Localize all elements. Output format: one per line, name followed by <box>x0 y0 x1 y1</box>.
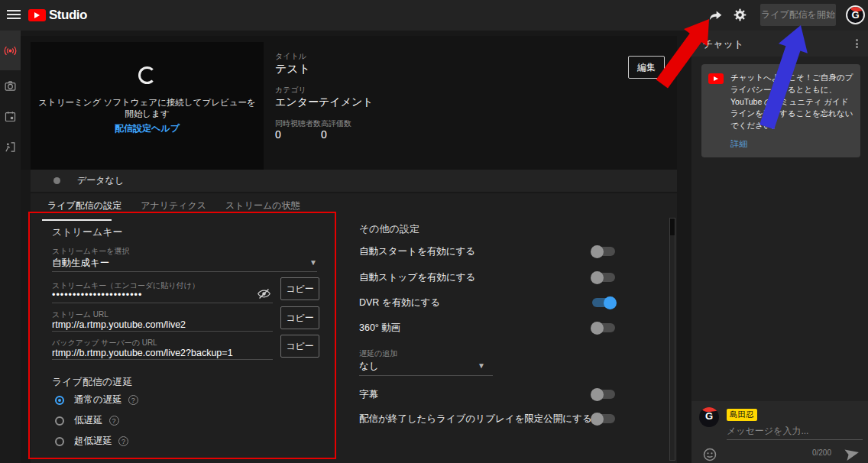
hamburger-menu-icon[interactable] <box>7 10 21 21</box>
active-tab-underline <box>42 219 112 221</box>
exit-icon <box>4 141 17 154</box>
stream-health-row: データなし <box>31 170 677 192</box>
title-label: タイトル <box>275 51 306 62</box>
copy-stream-url-button[interactable]: コピー <box>280 306 319 329</box>
stream-key-underline <box>52 303 273 303</box>
status-dot-icon <box>53 177 60 184</box>
settings-gear-icon[interactable] <box>733 8 748 23</box>
toggle-knob <box>591 388 604 401</box>
concurrent-viewers-value: 0 <box>275 128 281 141</box>
toggle-knob <box>591 245 604 258</box>
browser-profile-icon[interactable]: G <box>846 5 865 24</box>
settings-tabs: ライブ配信の設定 アナリティクス ストリームの状態 <box>42 199 314 212</box>
copy-backup-url-button[interactable]: コピー <box>280 335 319 358</box>
stream-key-select-arrow-icon[interactable]: ▼ <box>309 258 317 267</box>
latency-option-low[interactable]: 低遅延 ? <box>55 414 119 427</box>
youtube-studio-live-dashboard: Studio ライブ配信を開始 G <box>0 0 868 463</box>
latency-option-normal[interactable]: 通常の遅延 ? <box>55 393 138 406</box>
stream-key-select-value[interactable]: 自動生成キー <box>52 257 109 270</box>
tab-stream-settings[interactable]: ライブ配信の設定 <box>42 199 127 212</box>
stream-url-label: ストリーム URL <box>52 309 108 320</box>
panel-scrollbar[interactable] <box>669 218 675 461</box>
chat-menu-kebab-icon[interactable] <box>851 37 862 50</box>
edit-button[interactable]: 編集 <box>628 56 665 79</box>
sidebar-item-live-broadcast[interactable] <box>0 31 21 70</box>
added-delay-arrow-icon[interactable]: ▼ <box>478 361 485 370</box>
chat-message-input[interactable] <box>727 424 863 440</box>
avatar-g-glyph: G <box>699 410 719 422</box>
added-delay-value[interactable]: なし <box>359 360 379 373</box>
video-360-label: 360° 動画 <box>359 322 400 335</box>
stream-settings-panel: ライブ配信の設定 アナリティクス ストリームの状態 ストリームキー ストリームキ… <box>31 193 677 463</box>
sidebar-item-camera[interactable] <box>0 70 21 101</box>
toggle-knob <box>591 413 604 426</box>
help-icon[interactable]: ? <box>109 416 119 426</box>
stream-overview-section: ストリーミング ソフトウェアに接続してプレビューを開始します 配信設定ヘルプ タ… <box>21 36 677 170</box>
chat-welcome-card: チャットへようこそ！ご自身のプライバシーを守るとともに、YouTube のコミュ… <box>701 64 860 157</box>
chat-welcome-text: チャットへようこそ！ご自身のプライバシーを守るとともに、YouTube のコミュ… <box>730 72 853 132</box>
likes-value: 0 <box>321 128 327 141</box>
help-icon[interactable]: ? <box>128 395 138 405</box>
added-delay-label: 遅延の追加 <box>359 348 397 359</box>
preview-message: ストリーミング ソフトウェアに接続してプレビューを開始します <box>38 97 256 120</box>
stream-key-heading: ストリームキー <box>52 225 123 239</box>
latency-heading: ライブ配信の遅延 <box>52 375 132 389</box>
radio-icon[interactable] <box>55 437 64 446</box>
stream-key-select-underline <box>52 271 317 272</box>
emoji-smiley-icon[interactable] <box>702 447 717 463</box>
chat-panel: チャット チャットへようこそ！ご自身のプライバシーを守るとともに、YouTube… <box>691 31 868 463</box>
calendar-icon <box>4 110 17 123</box>
top-toolbar: Studio ライブ配信を開始 G <box>0 0 868 31</box>
sidebar-item-exit[interactable] <box>0 131 21 162</box>
other-settings-heading: その他の設定 <box>359 222 419 236</box>
toggle-knob <box>604 296 617 309</box>
backup-url-value: rtmp://b.rtmp.youtube.com/live2?backup=1 <box>52 348 233 358</box>
likes-label: 高評価数 <box>321 118 351 129</box>
help-icon[interactable]: ? <box>118 436 128 446</box>
auto-stop-label: 自動ストップを有効にする <box>359 271 475 284</box>
reveal-key-eye-slash-icon[interactable] <box>257 287 271 304</box>
chat-details-link[interactable]: 詳細 <box>730 138 853 150</box>
subtitles-toggle[interactable] <box>592 390 615 399</box>
subtitles-label: 字幕 <box>359 388 378 401</box>
unlisted-replay-label: 配信が終了したらライブのリプレイを限定公開にする <box>359 413 592 426</box>
auto-start-toggle[interactable] <box>592 247 615 256</box>
studio-logo[interactable]: Studio <box>28 8 87 23</box>
stream-category: エンターテイメント <box>275 96 374 109</box>
tab-stream-health[interactable]: ストリームの状態 <box>220 199 305 212</box>
stream-key-masked-value: •••••••••••••••••••••• <box>52 290 142 300</box>
chat-user-avatar[interactable]: G <box>699 407 719 427</box>
start-live-button[interactable]: ライブ配信を開始 <box>760 4 836 26</box>
tab-analytics[interactable]: アナリティクス <box>135 199 212 212</box>
scrollbar-thumb[interactable] <box>670 219 675 235</box>
copy-stream-key-button[interactable]: コピー <box>280 277 319 300</box>
radio-selected-icon[interactable] <box>55 396 64 405</box>
profile-g-glyph: G <box>847 9 863 21</box>
send-message-icon[interactable] <box>844 445 860 463</box>
auto-stop-toggle[interactable] <box>592 273 615 282</box>
auto-start-label: 自動スタートを有効にする <box>359 245 475 258</box>
share-icon[interactable] <box>708 8 723 23</box>
radio-icon[interactable] <box>55 416 64 426</box>
stream-setup-help-link[interactable]: 配信設定ヘルプ <box>31 122 264 135</box>
camera-icon <box>4 79 17 92</box>
loading-spinner-icon <box>138 66 156 84</box>
video-360-toggle[interactable] <box>592 323 615 332</box>
stream-title: テスト <box>275 62 310 76</box>
sidebar-item-calendar[interactable] <box>0 101 21 131</box>
category-label: カテゴリ <box>275 85 306 96</box>
youtube-play-icon <box>708 73 724 84</box>
latency-option-label: 低遅延 <box>74 414 103 427</box>
dvr-toggle[interactable] <box>592 298 615 307</box>
stream-key-select-label: ストリームキーを選択 <box>52 246 129 257</box>
live-broadcast-icon <box>3 44 18 58</box>
chat-title: チャット <box>703 37 743 51</box>
left-sidebar <box>0 31 21 463</box>
stream-preview-player: ストリーミング ソフトウェアに接続してプレビューを開始します 配信設定ヘルプ <box>31 42 264 170</box>
unlisted-replay-toggle[interactable] <box>592 414 615 423</box>
backup-url-label: バックアップ サーバーの URL <box>52 338 157 348</box>
youtube-play-icon <box>28 9 46 21</box>
latency-option-ultra-low[interactable]: 超低遅延 ? <box>55 435 128 448</box>
char-count: 0/200 <box>812 448 831 457</box>
status-text: データなし <box>77 174 124 187</box>
